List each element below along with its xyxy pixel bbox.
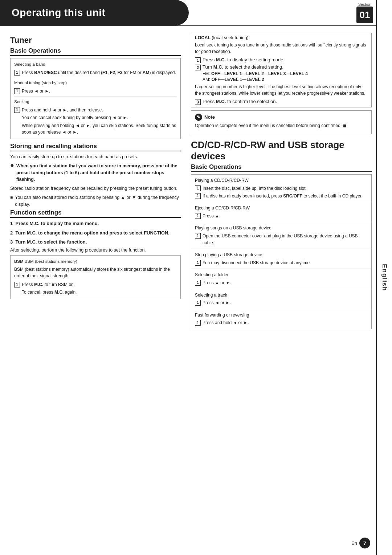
manual-tuning-title: Manual tuning (step by step): [14, 80, 177, 86]
playing-cd-step1b: 1 If a disc has already been inserted, p…: [195, 193, 368, 200]
playing-cd-title: Playing a CD/CD-R/CD-RW: [195, 177, 368, 184]
selecting-band-step: 1 Press BAND/ESC until the desired band …: [14, 69, 177, 76]
local-fm-levels: FM: OFF—LEVEL 1—LEVEL 2—LEVEL 3—LEVEL 4: [203, 71, 368, 76]
bsm-step-num: 1: [14, 282, 20, 287]
seeking-note1: You can cancel seek tuning by briefly pr…: [22, 114, 177, 121]
top-header: Operating this unit Section 01: [0, 0, 392, 26]
page: English Operating this unit Section 01 T…: [0, 0, 392, 555]
func-step3: 3 Turn M.C. to select the function.: [10, 238, 181, 246]
stop-step-1: 1: [195, 260, 201, 266]
local-step-num1: 1: [195, 57, 201, 63]
local-am-levels: AM: OFF—LEVEL 1—LEVEL 2: [203, 77, 368, 82]
note-box: ✎ Note Operation is complete even if the…: [191, 110, 372, 134]
local-step2: 2 Turn M.C. to select the desired settin…: [195, 64, 368, 70]
note-icon: ✎: [195, 114, 202, 121]
playing-cd-step1a-text: Insert the disc, label side up, into the…: [203, 185, 307, 192]
step-num-1a: 1: [14, 70, 20, 76]
basic-ops-title: Basic Operations: [10, 47, 181, 56]
section-label: Section: [358, 2, 372, 7]
step-num-1c: 1: [14, 107, 20, 113]
usb-step-1: 1: [195, 233, 201, 239]
track-step-1: 1: [195, 300, 201, 306]
cd-section-title: CD/CD-R/CD-RW and USB storage devices: [191, 139, 372, 162]
local-step3-text: Press M.C. to confirm the selection.: [203, 99, 277, 104]
playing-cd-step1a: 1 Insert the disc, label side up, into t…: [195, 185, 368, 192]
local-level-desc: Larger setting number is higher level. T…: [195, 83, 368, 97]
left-column: Tuner Basic Operations Selecting a band …: [10, 33, 181, 329]
bsm-step1-text: Press M.C. to turn BSM on.: [22, 281, 75, 288]
ejecting-title: Ejecting a CD/CD-R/CD-RW: [195, 205, 368, 212]
ejecting-step1: 1 Press ▲.: [195, 213, 368, 220]
manual-tuning-text: Press ◄ or ►.: [22, 88, 50, 95]
section-number: 01: [356, 7, 373, 23]
note-text: Operation is complete even if the menu i…: [195, 122, 368, 129]
tuner-title: Tuner: [10, 36, 181, 45]
tuner-instruction-box: Selecting a band 1 Press BAND/ESC until …: [10, 58, 181, 139]
local-box: LOCAL (local seek tuning) Local seek tun…: [191, 33, 372, 107]
cd-instruction-box: Playing a CD/CD-R/CD-RW 1 Insert the dis…: [191, 174, 372, 329]
en-label: En: [351, 540, 357, 546]
storing-title: Storing and recalling stations: [10, 143, 181, 151]
func-step2: 2 Turn M.C. to change the menu option an…: [10, 229, 181, 237]
language-label: English: [381, 264, 388, 291]
local-step-num2: 2: [195, 65, 201, 70]
ff-step1: 1 Press and hold ◄ or ►.: [195, 319, 368, 326]
sel-folder-section: Selecting a folder 1 Press ▲ or ▼.: [191, 269, 371, 289]
ff-step-1: 1: [195, 320, 201, 326]
ejecting-section: Ejecting a CD/CD-R/CD-RW 1 Press ▲.: [191, 202, 371, 222]
local-step2-text: Turn M.C. to select the desired setting.: [203, 64, 283, 70]
playing-cd-step1b-text: If a disc has already been inserted, pre…: [203, 193, 363, 200]
section-badge: Section 01: [356, 2, 373, 23]
right-column: LOCAL (local seek tuning) Local seek tun…: [191, 33, 372, 329]
playing-usb-title: Playing songs on a USB storage device: [195, 225, 368, 232]
eject-step-1: 1: [195, 213, 201, 219]
bsm-step1: 1 Press M.C. to turn BSM on.: [14, 281, 177, 288]
stop-usb-section: Stop playing a USB storage device 1 You …: [191, 249, 371, 269]
english-sidebar: English: [376, 0, 392, 555]
ff-step1-text: Press and hold ◄ or ►.: [203, 319, 249, 326]
storing-intro: You can easily store up to six stations …: [10, 154, 181, 160]
bsm-title-sub: BSM (best stations memory): [25, 259, 77, 264]
stop-usb-title: Stop playing a USB storage device: [195, 252, 368, 258]
square-dot: ■: [10, 194, 13, 201]
page-footer: En 7: [351, 538, 370, 548]
local-title: LOCAL (local seek tuning): [195, 35, 368, 40]
local-step1: 1 Press M.C. to display the setting mode…: [195, 57, 368, 63]
local-subtitle: (local seek tuning): [212, 35, 248, 40]
sel-track-step1-text: Press ◄ or ►.: [203, 299, 231, 306]
step-num-1b: 1: [14, 88, 20, 94]
storing-para1: Stored radio station frequency can be re…: [10, 185, 181, 192]
sel-track-section: Selecting a track 1 Press ◄ or ►.: [191, 289, 371, 309]
cd-step-1b: 1: [195, 193, 201, 199]
folder-step-1: 1: [195, 280, 201, 286]
playing-cd-section: Playing a CD/CD-R/CD-RW 1 Insert the dis…: [191, 175, 371, 202]
sel-folder-step1: 1 Press ▲ or ▼.: [195, 279, 368, 286]
main-content: Tuner Basic Operations Selecting a band …: [0, 26, 392, 336]
local-step-num3: 3: [195, 99, 201, 105]
func-step1: 1 Press M.C. to display the main menu.: [10, 220, 181, 227]
playing-usb-step1: 1 Open the USB connector cover and plug …: [195, 233, 368, 246]
sel-folder-step1-text: Press ▲ or ▼.: [203, 279, 231, 286]
seeking-step1: 1 Press and hold ◄ or ►, and then releas…: [14, 107, 177, 114]
cd-basic-ops-title: Basic Operations: [191, 163, 372, 172]
ejecting-step1-text: Press ▲.: [203, 213, 220, 220]
bsm-step1b: To cancel, press M.C. again.: [22, 289, 177, 296]
page-title: Operating this unit: [0, 0, 189, 25]
sel-track-title: Selecting a track: [195, 292, 368, 299]
note-header: ✎ Note: [195, 114, 368, 121]
ff-title: Fast forwarding or reversing: [195, 312, 368, 319]
function-settings-title: Function settings: [10, 209, 181, 218]
playing-usb-section: Playing songs on a USB storage device 1 …: [191, 222, 371, 249]
local-desc: Local seek tuning lets you tune in only …: [195, 42, 368, 55]
storing-bullet-text: When you find a station that you want to…: [16, 163, 181, 183]
selecting-band-title: Selecting a band: [14, 61, 177, 68]
local-step3: 3 Press M.C. to confirm the selection.: [195, 99, 368, 105]
sel-track-step1: 1 Press ◄ or ►.: [195, 299, 368, 306]
bullet-dot: ●: [10, 162, 14, 168]
stop-usb-step1-text: You may disconnect the USB storage devic…: [203, 260, 311, 266]
page-number: 7: [359, 538, 370, 548]
seeking-title: Seeking: [14, 99, 177, 105]
func-after: After selecting, perform the following p…: [10, 247, 181, 254]
cd-step-1a: 1: [195, 185, 201, 191]
playing-usb-step1-text: Open the USB connector cover and plug in…: [203, 233, 368, 246]
